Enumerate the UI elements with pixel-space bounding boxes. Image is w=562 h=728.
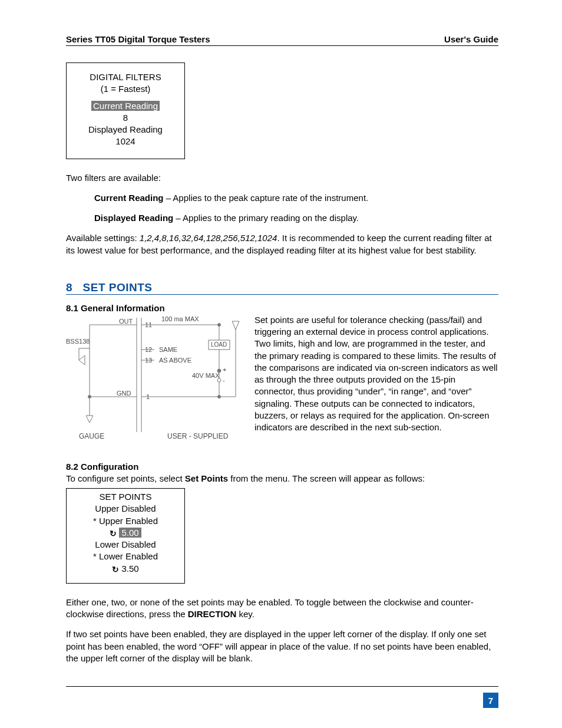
section-8-title: SET POINTS (83, 281, 153, 294)
either-b: DIRECTION (188, 609, 237, 619)
sp-l2: * Upper Enabled (67, 515, 184, 527)
filter-displayed-text: – Applies to the primary reading on the … (173, 213, 359, 223)
diag-bss: BSS138 (66, 338, 90, 345)
diag-plus: + (223, 366, 226, 373)
diag-minus: - (223, 377, 225, 384)
cw-arrow-icon: ↻ (112, 564, 119, 575)
filter-displayed-label: Displayed Reading (94, 213, 173, 223)
config-line-a: To configure set points, select (66, 473, 185, 483)
setpoints-paragraph: Set points are useful for tolerance chec… (254, 314, 498, 451)
df-title: DIGITAL FILTERS (67, 71, 184, 83)
circuit-diagram: BSS138 OUT GND 11 12 13 1 100 ma MAX LOA… (66, 314, 243, 451)
sp-l4: * Lower Enabled (67, 551, 184, 562)
sub-8-2: 8.2 Configuration (66, 462, 498, 472)
sub-8-1: 8.1 General Information (66, 303, 498, 313)
filter-current-line: Current Reading – Applies to the peak ca… (94, 192, 498, 204)
filters-intro: Two filters are available: (66, 172, 498, 184)
avail-prefix: Available settings: (66, 233, 140, 243)
diag-gauge: GAUGE (79, 432, 104, 440)
page: Series TT05 Digital Torque Testers User'… (0, 0, 562, 728)
section-8-heading: 8 SET POINTS (66, 281, 498, 295)
sp-v4-row: ↻ 3.50 (67, 563, 184, 575)
diag-p12: 12 (145, 346, 152, 353)
diag-user: USER - SUPPLIED (167, 432, 228, 440)
df-current-value: 8 (67, 112, 184, 124)
df-displayed-label: Displayed Reading (67, 124, 184, 136)
svg-point-24 (218, 323, 221, 326)
section-8-number: 8 (66, 281, 72, 294)
avail-values: 1,2,4,8,16,32,64,128,256,512,1024 (140, 233, 277, 243)
diag-p1: 1 (146, 393, 150, 400)
diag-max: 100 ma MAX (161, 315, 199, 322)
diag-gnd: GND (117, 390, 131, 397)
sp-v2: 5.00 (119, 528, 141, 538)
either-c: key. (236, 609, 254, 619)
filter-current-label: Current Reading (94, 193, 164, 203)
filter-current-text: – Applies to the peak capture rate of th… (164, 193, 369, 203)
config-line-b: Set Points (185, 473, 228, 483)
diag-p13: 13 (145, 357, 152, 364)
df-displayed-value: 1024 (67, 136, 184, 147)
page-header: Series TT05 Digital Torque Testers User'… (66, 34, 498, 46)
sp-title: SET POINTS (67, 491, 184, 503)
sp-v2-row: ↻ 5.00 (67, 527, 184, 539)
svg-point-25 (218, 395, 221, 398)
setpoints-display: SET POINTS Upper Disabled * Upper Enable… (66, 488, 185, 584)
svg-point-26 (88, 395, 91, 398)
sp-v4: 3.50 (121, 564, 138, 574)
config-line-c: from the menu. The screen will appear as… (228, 473, 425, 483)
header-left: Series TT05 Digital Torque Testers (66, 34, 210, 44)
df-subtitle: (1 = Fastest) (67, 83, 184, 95)
digital-filters-display: DIGITAL FILTERS (1 = Fastest) Current Re… (66, 62, 185, 159)
diag-same: SAME (159, 346, 177, 353)
diag-p11: 11 (145, 321, 152, 328)
page-number: 7 (483, 693, 498, 708)
diag-asabove: AS ABOVE (159, 357, 191, 364)
either-a: Either one, two, or none of the set poin… (66, 597, 474, 619)
filter-displayed-line: Displayed Reading – Applies to the prima… (94, 212, 498, 224)
df-current-label: Current Reading (91, 101, 160, 111)
cw-arrow-icon: ↻ (110, 528, 117, 539)
circuit-diagram-svg (66, 314, 243, 451)
diag-load: LOAD (211, 341, 227, 348)
footer-rule (66, 686, 498, 687)
header-right: User's Guide (444, 34, 498, 44)
diag-out: OUT (119, 318, 133, 325)
sp-l3: Lower Disabled (67, 539, 184, 551)
sp-l1: Upper Disabled (67, 503, 184, 515)
available-settings: Available settings: 1,2,4,8,16,32,64,128… (66, 232, 498, 256)
diag-vmax: 40V MAX (192, 372, 219, 379)
section-8-1-columns: BSS138 OUT GND 11 12 13 1 100 ma MAX LOA… (66, 314, 498, 451)
config-line: To configure set points, select Set Poin… (66, 473, 498, 485)
either-paragraph: Either one, two, or none of the set poin… (66, 597, 498, 621)
iftwo-paragraph: If two set points have been enabled, the… (66, 628, 498, 664)
